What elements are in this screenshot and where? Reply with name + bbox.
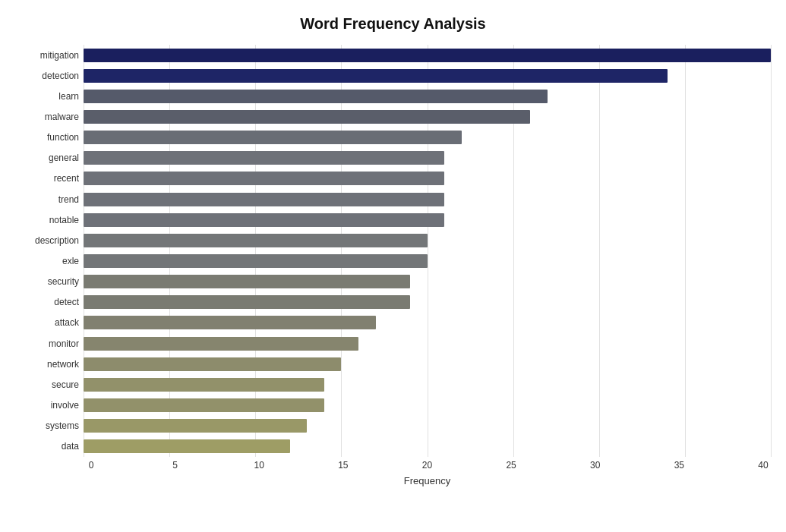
y-label: description: [15, 231, 79, 250]
y-labels: mitigationdetectionlearnmalwarefunctiong…: [15, 45, 84, 457]
x-tick: 10: [251, 460, 267, 471]
bar: [84, 69, 668, 83]
bar: [84, 295, 410, 309]
bar-row: [84, 313, 771, 332]
bar: [84, 151, 444, 165]
y-label: trend: [15, 190, 79, 209]
bar: [84, 131, 462, 144]
bar: [84, 275, 410, 288]
bar: [84, 110, 530, 124]
bars-section: [84, 45, 771, 457]
y-label: learn: [15, 87, 79, 106]
y-label: monitor: [15, 334, 79, 354]
bar-row: [84, 272, 771, 291]
y-label: network: [15, 354, 79, 374]
bar-row: [84, 168, 771, 188]
y-label: function: [15, 127, 79, 147]
y-label: data: [15, 436, 79, 456]
y-label: secure: [15, 375, 79, 395]
bar-row: [84, 292, 771, 312]
bar: [84, 439, 290, 453]
bar: [84, 254, 428, 268]
y-label: notable: [15, 210, 79, 230]
x-axis-area: 0510152025303540 Frequency: [84, 457, 771, 486]
bar-row: [84, 46, 771, 65]
bar-row: [84, 416, 771, 436]
bar: [84, 234, 428, 247]
bar-row: [84, 190, 771, 209]
x-tick: 30: [588, 460, 603, 471]
bar-row: [84, 87, 771, 106]
chart-title: Word Frequency Analysis: [15, 15, 771, 33]
x-tick: 0: [84, 460, 99, 471]
x-tick: 15: [336, 460, 351, 471]
y-label: recent: [15, 168, 79, 188]
bar: [84, 337, 358, 351]
y-label: exle: [15, 251, 79, 271]
bar: [84, 213, 444, 227]
bars-list: [84, 45, 771, 457]
bar-row: [84, 375, 771, 395]
bar-row: [84, 436, 771, 456]
bar-row: [84, 127, 771, 147]
bar-row: [84, 210, 771, 230]
bar-row: [84, 231, 771, 250]
x-axis-label: Frequency: [84, 475, 771, 486]
x-tick: 25: [503, 460, 519, 471]
bar: [84, 49, 771, 62]
y-label: detection: [15, 66, 79, 86]
bar: [84, 357, 341, 371]
bar: [84, 378, 324, 392]
chart-container: Word Frequency Analysis mitigationdetect…: [0, 0, 786, 532]
bar-row: [84, 148, 771, 168]
bar: [84, 90, 548, 103]
bar-row: [84, 395, 771, 415]
x-tick: 40: [756, 460, 771, 471]
y-label: general: [15, 148, 79, 168]
bar-row: [84, 107, 771, 127]
bar-row: [84, 354, 771, 374]
x-tick: 20: [420, 460, 435, 471]
y-label: attack: [15, 313, 79, 332]
bar: [84, 193, 444, 206]
bar-row: [84, 251, 771, 271]
bar: [84, 316, 376, 329]
x-tick: 5: [168, 460, 183, 471]
y-label: mitigation: [15, 46, 79, 65]
y-label: systems: [15, 416, 79, 436]
bar: [84, 398, 324, 412]
y-label: detect: [15, 292, 79, 312]
bar-row: [84, 334, 771, 354]
y-label: involve: [15, 395, 79, 415]
x-tick: 35: [671, 460, 687, 471]
x-ticks: 0510152025303540: [84, 457, 771, 471]
chart-area: mitigationdetectionlearnmalwarefunctiong…: [15, 45, 771, 486]
y-label: malware: [15, 107, 79, 127]
bar: [84, 419, 307, 433]
y-label: security: [15, 272, 79, 291]
bar: [84, 172, 444, 185]
grid-and-bars: mitigationdetectionlearnmalwarefunctiong…: [15, 45, 771, 457]
bar-row: [84, 66, 771, 86]
grid-line: [771, 45, 772, 457]
